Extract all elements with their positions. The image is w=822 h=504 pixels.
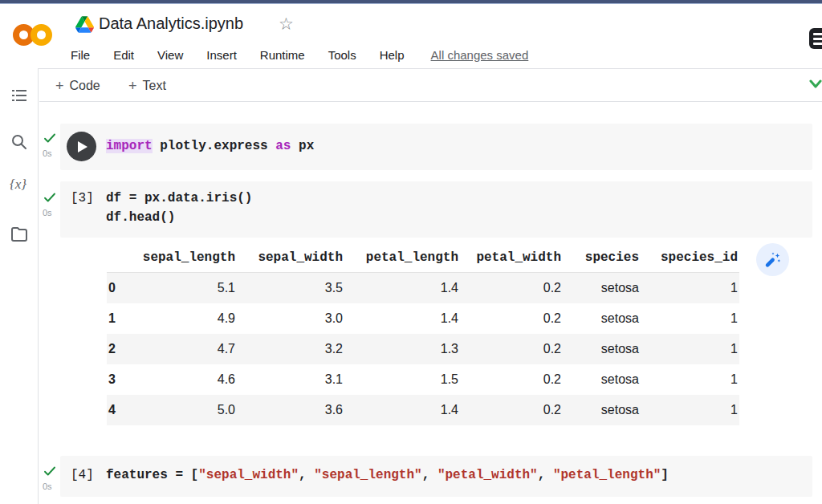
table-cell: 1.4 xyxy=(344,273,460,304)
table-cell: 4.7 xyxy=(134,334,237,364)
cell1-success-check-icon xyxy=(43,131,57,145)
table-cell: setosa xyxy=(563,364,641,395)
code-line[interactable]: df = px.data.iris() xyxy=(106,191,252,205)
table-of-contents-icon[interactable] xyxy=(10,86,29,105)
left-sidebar: {x} xyxy=(0,68,39,504)
table-cell: 0.2 xyxy=(460,395,563,425)
plus-icon: + xyxy=(55,78,64,95)
code-cell-3[interactable]: [4] features = ["sepal_width", "sepal_le… xyxy=(60,456,812,497)
row-index-cell: 3 xyxy=(107,364,134,395)
table-row: 34.63.11.50.2setosa1 xyxy=(107,364,739,395)
table-cell: 1 xyxy=(641,334,739,364)
menu-view[interactable]: View xyxy=(157,48,183,62)
table-cell: 0.2 xyxy=(460,273,563,304)
table-cell: 5.0 xyxy=(134,395,237,425)
colab-logo-icon[interactable] xyxy=(13,18,59,51)
add-text-label: Text xyxy=(143,79,166,93)
table-header-row: sepal_length sepal_width petal_length pe… xyxy=(107,246,739,273)
notebook-toolbar: + Code + Text xyxy=(39,69,822,102)
code-cell-1[interactable]: import plotly.express as px xyxy=(60,124,812,170)
menu-help[interactable]: Help xyxy=(380,48,405,62)
table-cell: 4.9 xyxy=(134,303,237,334)
cell2-exec-time: 0s xyxy=(43,208,52,217)
table-cell: 1 xyxy=(641,303,739,334)
table-cell: setosa xyxy=(563,273,641,304)
table-cell: 3.0 xyxy=(237,303,344,334)
table-cell: 3.5 xyxy=(237,273,344,304)
colab-logo-ring-right xyxy=(31,24,52,46)
table-cell: 1.5 xyxy=(344,364,460,395)
table-cell: 1.4 xyxy=(344,395,460,425)
table-row: 24.73.21.30.2setosa1 xyxy=(107,334,739,364)
table-cell: 0.2 xyxy=(460,364,563,395)
code-line[interactable]: features = ["sepal_width", "sepal_length… xyxy=(106,468,669,482)
execution-count: [4] xyxy=(71,468,94,482)
code-line[interactable]: df.head() xyxy=(106,210,175,225)
column-header: species_id xyxy=(641,246,739,273)
run-cell-button[interactable] xyxy=(67,132,96,161)
cell3-exec-time: 0s xyxy=(43,482,52,491)
table-cell: 3.6 xyxy=(237,395,344,425)
files-folder-icon[interactable] xyxy=(10,225,29,244)
star-icon[interactable]: ☆ xyxy=(279,14,294,34)
column-header: sepal_width xyxy=(237,246,344,273)
table-row: 14.93.01.40.2setosa1 xyxy=(107,303,739,334)
execution-count: [3] xyxy=(71,191,94,205)
cell3-success-check-icon xyxy=(43,464,57,478)
add-code-button[interactable]: + Code xyxy=(55,75,100,96)
table-cell: 4.6 xyxy=(134,364,237,395)
table-cell: 1 xyxy=(641,273,739,304)
plus-icon: + xyxy=(128,78,137,95)
cell1-exec-time: 0s xyxy=(43,148,52,158)
row-index-cell: 1 xyxy=(107,303,134,334)
chevron-down-icon[interactable] xyxy=(806,74,822,93)
table-cell: 1.3 xyxy=(344,334,460,364)
menu-runtime[interactable]: Runtime xyxy=(260,48,305,62)
cell2-success-check-icon xyxy=(43,190,57,205)
add-code-label: Code xyxy=(70,79,100,93)
search-icon[interactable] xyxy=(10,132,29,152)
table-cell: 1 xyxy=(641,395,739,425)
column-header: species xyxy=(563,246,641,273)
table-cell: 0.2 xyxy=(460,303,563,334)
add-text-button[interactable]: + Text xyxy=(128,75,166,96)
table-cell: 3.2 xyxy=(237,334,344,364)
notebook-title[interactable]: Data Analytics.ipynb xyxy=(99,14,243,33)
menu-insert[interactable]: Insert xyxy=(206,48,237,62)
google-drive-icon xyxy=(75,16,94,33)
column-header: petal_width xyxy=(460,246,563,273)
table-row: 45.03.61.40.2setosa1 xyxy=(107,395,739,425)
menu-edit[interactable]: Edit xyxy=(113,48,134,62)
index-header xyxy=(107,246,134,273)
table-row: 05.13.51.40.2setosa1 xyxy=(107,273,739,304)
dataframe-output-table: sepal_length sepal_width petal_length pe… xyxy=(107,246,739,425)
table-cell: 5.1 xyxy=(134,273,237,304)
table-cell: setosa xyxy=(563,334,641,364)
column-header: petal_length xyxy=(344,246,460,273)
row-index-cell: 0 xyxy=(107,273,134,304)
table-cell: setosa xyxy=(563,395,641,425)
code-line[interactable]: import plotly.express as px xyxy=(106,139,314,153)
magic-wand-icon xyxy=(764,251,782,269)
menu-tools[interactable]: Tools xyxy=(328,48,356,62)
save-status-link[interactable]: All changes saved xyxy=(431,48,529,62)
table-cell: 1 xyxy=(641,364,739,395)
row-index-cell: 2 xyxy=(107,334,134,364)
suggest-charts-button[interactable] xyxy=(756,243,789,276)
column-header: sepal_length xyxy=(134,246,237,273)
table-cell: 0.2 xyxy=(460,334,563,364)
menu-file[interactable]: File xyxy=(71,48,90,62)
table-cell: setosa xyxy=(563,303,641,334)
code-cell-2[interactable]: [3] df = px.data.iris() df.head() xyxy=(60,181,812,238)
menu-bar: File Edit View Insert Runtime Tools Help… xyxy=(71,44,528,65)
play-icon xyxy=(78,141,87,152)
table-cell: 3.1 xyxy=(237,364,344,395)
variables-icon[interactable]: {x} xyxy=(10,177,29,196)
header: Data Analytics.ipynb ☆ File Edit View In… xyxy=(0,4,822,68)
row-index-cell: 4 xyxy=(107,395,134,425)
table-cell: 1.4 xyxy=(344,303,460,334)
hamburger-panel-icon[interactable] xyxy=(809,28,822,49)
